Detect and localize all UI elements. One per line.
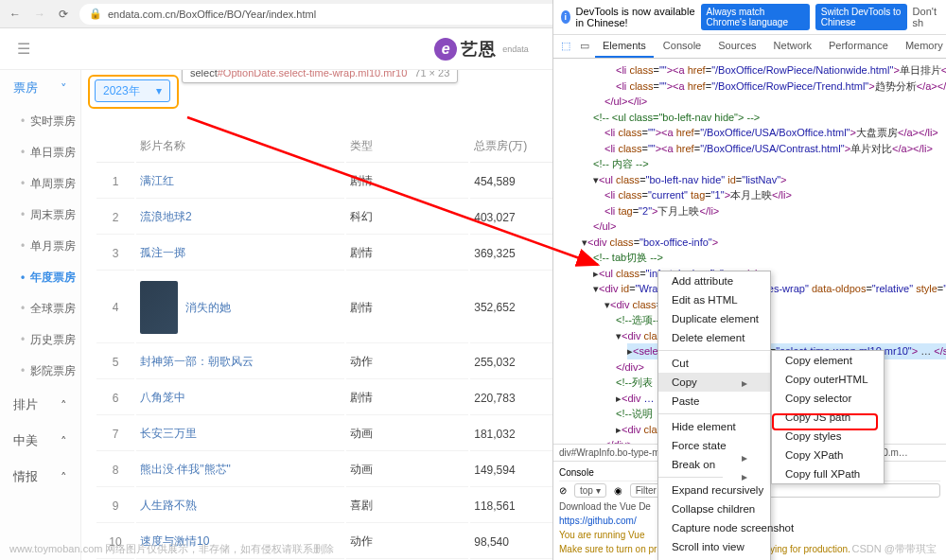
ctx-item[interactable]: Copy	[658, 373, 770, 392]
ctx-item[interactable]: Copy element	[772, 351, 884, 370]
copy-submenu[interactable]: Copy elementCopy outerHTMLCopy selectorC…	[771, 350, 885, 484]
sidebar-item[interactable]: 周末票房	[0, 200, 80, 231]
devtools-tab[interactable]: Memory	[898, 35, 946, 58]
ctx-item[interactable]: Expand recursively	[658, 481, 770, 499]
match-lang-button[interactable]: Always match Chrome's language	[701, 4, 810, 30]
devtools-tab[interactable]: Sources	[710, 35, 763, 58]
sidebar-group[interactable]: 情报˄	[0, 459, 80, 495]
col-header	[96, 131, 134, 163]
movie-name: 人生路不熟	[136, 489, 344, 523]
reload-icon[interactable]: ⟳	[59, 8, 68, 21]
sidebar-item[interactable]: 全球票房	[0, 293, 80, 324]
sidebar-item[interactable]: 影院票房	[0, 356, 80, 387]
ctx-item[interactable]: Cut	[658, 354, 770, 373]
ctx-item[interactable]: Break on	[658, 455, 770, 474]
devtools-tabs: ⬚ ▭ ElementsConsoleSourcesNetworkPerform…	[553, 35, 946, 59]
sidebar-group[interactable]: 排片˄	[0, 387, 80, 423]
context-select[interactable]: top ▾	[574, 483, 606, 498]
year-value: 2023年	[103, 83, 140, 99]
devtools-tab[interactable]: Performance	[821, 35, 896, 58]
devtools-tab[interactable]: Network	[766, 35, 819, 58]
ctx-item[interactable]: Delete element	[658, 328, 770, 347]
ctx-item[interactable]: Scroll into view	[658, 537, 770, 556]
ctx-item[interactable]: Copy JS path	[772, 408, 884, 427]
sidebar-group[interactable]: 票房˅	[0, 70, 80, 106]
forward-icon[interactable]: →	[34, 8, 45, 21]
logo-cn: 艺恩	[461, 38, 497, 61]
ctx-item[interactable]: Copy XPath	[772, 446, 884, 464]
movie-name: 封神第一部：朝歌风云	[136, 345, 344, 379]
movie-name: 八角笼中	[136, 381, 344, 415]
ctx-item[interactable]: Edit as HTML	[658, 290, 770, 309]
sidebar-group[interactable]: 中美˄	[0, 423, 80, 459]
watermark-left: www.toymoban.com 网络图片仅供展示，非存储，如有侵权请联系删除	[9, 542, 334, 556]
menu-icon[interactable]: ☰	[17, 40, 34, 58]
movie-poster	[140, 281, 178, 334]
sidebar-item[interactable]: 年度票房	[0, 262, 80, 293]
movie-name: 满江红	[136, 165, 344, 199]
ctx-item[interactable]: Duplicate element	[658, 309, 770, 328]
ctx-item[interactable]: Copy selector	[772, 389, 884, 408]
device-icon[interactable]: ▭	[576, 35, 593, 58]
ctx-item[interactable]: Copy outerHTML	[772, 370, 884, 389]
ctx-item[interactable]: Hide element	[658, 417, 770, 436]
sidebar-item[interactable]: 单日票房	[0, 137, 80, 168]
year-select[interactable]: 2023年 ▾	[95, 79, 170, 102]
col-header: 影片名称	[136, 131, 344, 163]
movie-name: 长安三万里	[136, 417, 344, 451]
ctx-item[interactable]: Capture node screenshot	[658, 518, 770, 537]
sidebar-item[interactable]: 历史票房	[0, 324, 80, 356]
movie-name: 孤注一掷	[136, 236, 344, 271]
movie-name: 流浪地球2	[136, 201, 344, 235]
sidebar-item[interactable]: 单月票房	[0, 231, 80, 262]
devtools-tab[interactable]: Console	[656, 35, 709, 58]
logo-icon: e	[434, 38, 457, 61]
clear-icon[interactable]: ⊘	[559, 485, 567, 496]
devtools-banner: i DevTools is now available in Chinese! …	[553, 0, 946, 35]
back-icon[interactable]: ←	[9, 8, 21, 21]
eye-icon[interactable]: ◉	[614, 485, 622, 496]
chevron-down-icon: ▾	[156, 84, 162, 97]
context-menu[interactable]: Add attributeEdit as HTMLDuplicate eleme…	[657, 271, 771, 560]
console-tab[interactable]: Console	[559, 467, 594, 478]
inspect-tooltip: select#OptionDate.select-time-wrap.ml10.…	[182, 70, 458, 83]
info-icon: i	[561, 10, 570, 24]
watermark-right: CSDN @带带琪宝	[852, 542, 937, 556]
sidebar-item[interactable]: 实时票房	[0, 106, 80, 137]
switch-cn-button[interactable]: Switch DevTools to Chinese	[815, 4, 907, 30]
dont-show[interactable]: Don't sh	[913, 6, 938, 28]
ctx-item[interactable]: Paste	[658, 392, 770, 411]
sidebar: 票房˅实时票房单日票房单周票房周末票房单月票房年度票房全球票房历史票房影院票房排…	[0, 70, 81, 560]
ctx-item[interactable]: Copy full XPath	[772, 464, 884, 483]
ctx-item[interactable]: Copy styles	[772, 427, 884, 446]
lock-icon: 🔒	[89, 8, 102, 20]
sidebar-item[interactable]: 单周票房	[0, 168, 80, 200]
devtools-tab[interactable]: Elements	[595, 35, 654, 58]
inspect-icon[interactable]: ⬚	[557, 35, 574, 58]
col-header: 类型	[346, 131, 468, 163]
movie-name: 熊出没·伴我"熊芯"	[136, 453, 344, 487]
banner-text: DevTools is now available in Chinese!	[576, 6, 695, 28]
ctx-item[interactable]: Add attribute	[658, 271, 770, 290]
logo-en: endata	[502, 44, 529, 54]
url-text: endata.com.cn/BoxOffice/BO/Year/index.ht…	[108, 9, 316, 20]
ctx-item[interactable]: Focus	[658, 556, 770, 560]
movie-name: 消失的她	[136, 272, 344, 343]
ctx-item[interactable]: Collapse children	[658, 499, 770, 518]
ctx-item[interactable]: Force state	[658, 436, 770, 455]
